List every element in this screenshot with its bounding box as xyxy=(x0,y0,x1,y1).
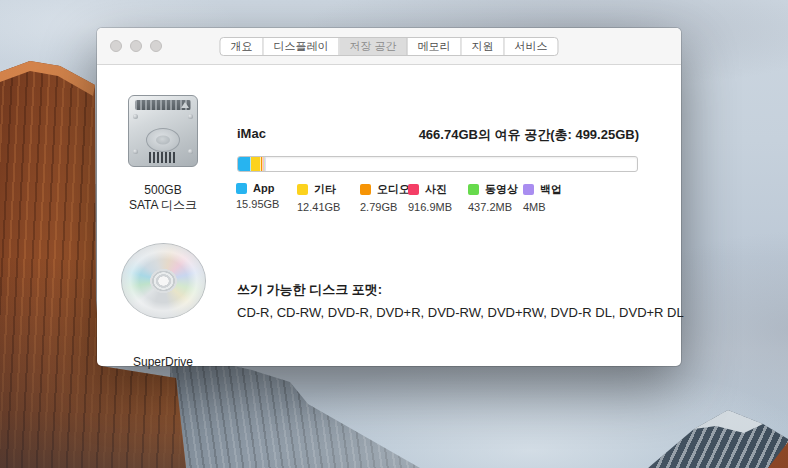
legend-value: 2.79GB xyxy=(360,201,408,213)
legend-swatch-icon xyxy=(523,184,534,195)
storage-usage-bar xyxy=(237,156,638,172)
legend-label: 사진 xyxy=(425,182,447,197)
legend-item-백업: 백업4MB xyxy=(523,182,593,213)
legend-swatch-icon xyxy=(236,183,247,194)
legend-value: 437.2MB xyxy=(468,201,523,213)
tab-메모리[interactable]: 메모리 xyxy=(408,38,462,55)
tab-디스플레이[interactable]: 디스플레이 xyxy=(263,38,339,55)
storage-tab-content: iMac 466.74GB의 여유 공간(총: 499.25GB) App15.… xyxy=(97,66,681,366)
superdrive-section: SuperDrive xyxy=(97,242,229,382)
minimize-button[interactable] xyxy=(130,40,142,52)
legend-item-App: App15.95GB xyxy=(236,182,297,213)
legend-label: 백업 xyxy=(540,182,562,197)
tab-개요[interactable]: 개요 xyxy=(220,38,263,55)
legend-label: App xyxy=(253,182,274,194)
legend-swatch-icon xyxy=(360,184,371,195)
legend-value: 4MB xyxy=(523,201,593,213)
tab-서비스[interactable]: 서비스 xyxy=(505,38,558,55)
legend-label: 기타 xyxy=(314,182,336,197)
legend-item-오디오: 오디오2.79GB xyxy=(360,182,408,213)
hard-drive-icon xyxy=(128,95,198,167)
hdd-spindle-bump xyxy=(146,128,180,152)
legend-swatch-icon xyxy=(468,184,479,195)
writable-formats-title: 쓰기 가능한 디스크 포맷: xyxy=(237,281,382,299)
storage-legend: App15.95GB기타12.41GB오디오2.79GB사진916.9MB동영상… xyxy=(236,182,593,213)
hdd-warning-triangle-icon xyxy=(181,102,189,108)
legend-swatch-icon xyxy=(408,184,419,195)
bar-segment-기타 xyxy=(251,157,261,171)
writable-formats-list: CD-R, CD-RW, DVD-R, DVD+R, DVD-RW, DVD+R… xyxy=(237,305,684,320)
sata-disk-size: 500GB xyxy=(97,183,229,198)
sata-disk-type: SATA 디스크 xyxy=(97,198,229,213)
tab-bar: 개요디스플레이저장 공간메모리지원서비스 xyxy=(219,37,558,56)
tab-저장-공간[interactable]: 저장 공간 xyxy=(339,38,407,55)
screw-icon xyxy=(133,114,138,119)
screw-icon xyxy=(188,114,193,119)
legend-item-사진: 사진916.9MB xyxy=(408,182,468,213)
sata-disk-section: 500GB SATA 디스크 xyxy=(97,66,229,236)
free-space-summary: 466.74GB의 여유 공간(총: 499.25GB) xyxy=(419,126,639,144)
legend-value: 12.41GB xyxy=(297,201,360,213)
legend-item-기타: 기타12.41GB xyxy=(297,182,360,213)
bar-segment-백업 xyxy=(265,157,266,171)
superdrive-label: SuperDrive xyxy=(97,355,229,370)
screw-icon xyxy=(188,149,193,154)
sata-disk-label: 500GB SATA 디스크 xyxy=(97,183,229,213)
bar-segment-App xyxy=(238,157,251,171)
legend-swatch-icon xyxy=(297,184,308,195)
legend-value: 916.9MB xyxy=(408,201,468,213)
zoom-button[interactable] xyxy=(150,40,162,52)
legend-value: 15.95GB xyxy=(236,198,297,210)
tab-지원[interactable]: 지원 xyxy=(462,38,505,55)
desktop-wallpaper: 개요디스플레이저장 공간메모리지원서비스 iMac 466.74GB의 여유 공… xyxy=(0,0,788,468)
disk-title: iMac xyxy=(237,126,266,141)
window-titlebar[interactable]: 개요디스플레이저장 공간메모리지원서비스 xyxy=(97,28,681,65)
hdd-vents xyxy=(149,152,177,163)
about-this-mac-window: 개요디스플레이저장 공간메모리지원서비스 iMac 466.74GB의 여유 공… xyxy=(97,28,681,366)
legend-item-동영상: 동영상437.2MB xyxy=(468,182,523,213)
legend-label: 동영상 xyxy=(485,182,518,197)
optical-disc-icon xyxy=(121,243,206,319)
legend-label: 오디오 xyxy=(377,182,410,197)
close-button[interactable] xyxy=(110,40,122,52)
screw-icon xyxy=(133,149,138,154)
